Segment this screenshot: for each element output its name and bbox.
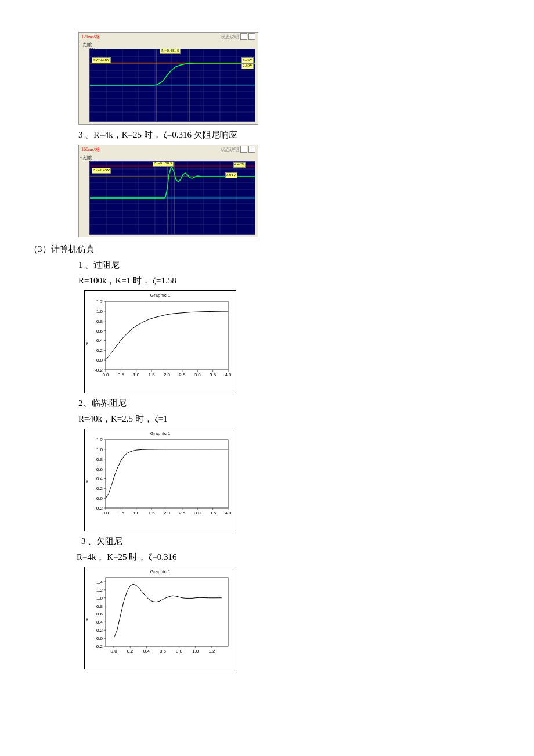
marker-dv: Δv=1.45V bbox=[92, 168, 111, 174]
y-axis-label: y bbox=[86, 615, 88, 621]
svg-text:2.0: 2.0 bbox=[164, 510, 171, 516]
svg-text:1.4: 1.4 bbox=[96, 579, 103, 585]
scope-grid: Δt=0.158 S Δv=1.45V 4.46V 3.01V bbox=[89, 161, 255, 235]
svg-text:0.0: 0.0 bbox=[96, 358, 103, 363]
scope-status-text: 状态说明 bbox=[221, 146, 239, 153]
svg-text:0.4: 0.4 bbox=[143, 649, 150, 654]
scope-btn-2[interactable] bbox=[248, 33, 255, 40]
scope-btn-1[interactable] bbox=[240, 146, 247, 153]
svg-text:0.5: 0.5 bbox=[118, 510, 125, 516]
chart-title: Graphic 1 bbox=[85, 429, 236, 438]
chart-title: Graphic 1 bbox=[85, 567, 236, 576]
svg-text:1.2: 1.2 bbox=[96, 299, 103, 304]
svg-text:4.0: 4.0 bbox=[225, 372, 232, 377]
y-axis-label: y bbox=[86, 477, 88, 483]
svg-text:3.5: 3.5 bbox=[210, 372, 217, 377]
svg-rect-116 bbox=[106, 578, 228, 646]
svg-text:0.2: 0.2 bbox=[96, 628, 103, 633]
svg-text:0.2: 0.2 bbox=[127, 649, 134, 654]
svg-text:1.0: 1.0 bbox=[96, 309, 103, 314]
chart-plot-area: 0.00.51.01.52.02.53.03.54.0-0.20.00.20.4… bbox=[103, 438, 231, 517]
scope-titlebar: 121ms/格 状态说明 bbox=[79, 33, 258, 41]
svg-text:0.4: 0.4 bbox=[96, 338, 103, 343]
scope-titlebar: 160ms/格 状态说明 bbox=[79, 145, 258, 153]
y-axis-label: y bbox=[86, 339, 88, 344]
svg-text:0.8: 0.8 bbox=[96, 604, 103, 609]
oscilloscope-2: 160ms/格 状态说明 - 刻度 5V 0V -5V bbox=[78, 145, 258, 237]
svg-text:0.4: 0.4 bbox=[96, 620, 103, 625]
svg-text:0.8: 0.8 bbox=[96, 457, 103, 462]
timebase-label: 121ms/格 bbox=[81, 34, 100, 40]
section-3-heading: （3）计算机仿真 bbox=[29, 242, 499, 256]
svg-rect-81 bbox=[106, 440, 228, 508]
svg-text:-0.2: -0.2 bbox=[95, 506, 103, 511]
svg-text:1.2: 1.2 bbox=[208, 649, 215, 654]
svg-text:2.5: 2.5 bbox=[179, 372, 186, 377]
marker-v2: 3.01V bbox=[225, 172, 237, 178]
sim2-heading: 2、临界阻尼 bbox=[78, 396, 499, 410]
svg-text:0.6: 0.6 bbox=[96, 467, 103, 472]
svg-text:0.0: 0.0 bbox=[96, 636, 103, 641]
scope-toolbar: 状态说明 bbox=[221, 146, 255, 153]
svg-text:1.0: 1.0 bbox=[133, 372, 140, 377]
scope-grid: Δt=0.431 S Δv=0.16V 3.05V 2.89V bbox=[89, 49, 255, 122]
svg-text:-0.2: -0.2 bbox=[95, 644, 103, 649]
svg-text:0.5: 0.5 bbox=[118, 372, 125, 377]
svg-text:0.4: 0.4 bbox=[96, 476, 103, 481]
scope-toolbar: 状态说明 bbox=[221, 33, 255, 40]
sim2-params: R=40k，K=2.5 时， ζ=1 bbox=[78, 412, 499, 426]
svg-text:1.0: 1.0 bbox=[192, 649, 199, 654]
svg-text:0.6: 0.6 bbox=[160, 649, 167, 654]
sim1-heading: 1 、过阻尼 bbox=[78, 258, 499, 272]
svg-text:0.0: 0.0 bbox=[102, 510, 109, 516]
scope1-caption: 3 、R=4k，K=25 时， ζ=0.316 欠阻尼响应 bbox=[78, 128, 499, 142]
marker-dt: Δt=0.431 S bbox=[160, 49, 181, 54]
svg-text:1.0: 1.0 bbox=[96, 447, 103, 452]
chart-plot-area: 0.00.20.40.60.81.01.2-0.20.00.20.40.60.8… bbox=[103, 577, 231, 655]
svg-text:3.0: 3.0 bbox=[194, 510, 201, 516]
sim-chart-2: Graphic 1 y 0.00.51.01.52.02.53.03.54.0-… bbox=[84, 429, 236, 531]
svg-text:-0.2: -0.2 bbox=[95, 368, 103, 373]
svg-text:0.0: 0.0 bbox=[102, 372, 109, 377]
svg-text:0.2: 0.2 bbox=[96, 486, 103, 491]
chart-plot-area: 0.00.51.01.52.02.53.03.54.0-0.20.00.20.4… bbox=[103, 300, 231, 379]
svg-text:2.5: 2.5 bbox=[179, 510, 186, 516]
marker-v1: 3.05V bbox=[241, 57, 254, 63]
svg-text:0.2: 0.2 bbox=[96, 348, 103, 353]
svg-text:1.5: 1.5 bbox=[149, 510, 156, 516]
svg-text:1.0: 1.0 bbox=[133, 510, 140, 516]
svg-text:1.2: 1.2 bbox=[96, 588, 103, 593]
oscilloscope-1: 121ms/格 状态说明 - 刻度 5V 0V -5V bbox=[78, 32, 258, 125]
svg-text:3.0: 3.0 bbox=[194, 372, 201, 377]
svg-text:0.0: 0.0 bbox=[111, 649, 118, 654]
scope-btn-2[interactable] bbox=[248, 146, 255, 153]
svg-text:1.2: 1.2 bbox=[96, 437, 103, 442]
chart-title: Graphic 1 bbox=[85, 291, 236, 300]
svg-text:1.0: 1.0 bbox=[96, 596, 103, 601]
sim3-params: R=4k， K=25 时， ζ=0.316 bbox=[77, 550, 499, 564]
svg-text:0.8: 0.8 bbox=[96, 319, 103, 324]
sim-chart-1: Graphic 1 y 0.00.51.01.52.02.53.03.54.0-… bbox=[84, 290, 236, 393]
marker-v2: 2.89V bbox=[241, 63, 254, 69]
svg-text:0.6: 0.6 bbox=[96, 611, 103, 617]
sim-chart-3: Graphic 1 y 0.00.20.40.60.81.01.2-0.20.0… bbox=[84, 567, 236, 669]
svg-text:0.6: 0.6 bbox=[96, 329, 103, 334]
scope-status-text: 状态说明 bbox=[221, 34, 239, 40]
marker-v1: 4.46V bbox=[233, 162, 246, 168]
svg-text:0.8: 0.8 bbox=[176, 649, 183, 654]
scope-btn-1[interactable] bbox=[240, 33, 247, 40]
svg-text:2.0: 2.0 bbox=[164, 372, 171, 377]
timebase-label: 160ms/格 bbox=[81, 146, 100, 153]
svg-text:1.5: 1.5 bbox=[149, 372, 156, 377]
sim1-params: R=100k，K=1 时， ζ=1.58 bbox=[78, 273, 499, 287]
marker-dt: Δt=0.158 S bbox=[153, 161, 174, 167]
scope-svg bbox=[90, 49, 255, 121]
svg-text:3.5: 3.5 bbox=[210, 510, 217, 516]
svg-text:4.0: 4.0 bbox=[225, 510, 232, 516]
marker-dv: Δv=0.16V bbox=[92, 57, 111, 63]
sim3-heading: 3 、欠阻尼 bbox=[81, 534, 499, 548]
svg-text:0.0: 0.0 bbox=[96, 496, 103, 501]
